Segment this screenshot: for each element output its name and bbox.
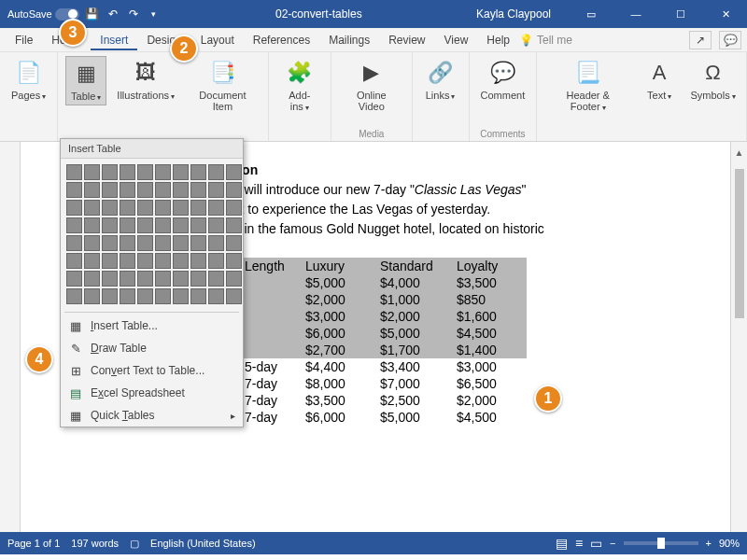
- grid-cell[interactable]: [155, 200, 171, 216]
- grid-cell[interactable]: [173, 164, 189, 180]
- grid-cell[interactable]: [84, 164, 100, 180]
- grid-cell[interactable]: [102, 182, 118, 198]
- grid-cell[interactable]: [137, 217, 153, 233]
- vertical-scrollbar[interactable]: ▲: [730, 142, 747, 532]
- grid-cell[interactable]: [137, 288, 153, 304]
- grid-cell[interactable]: [155, 253, 171, 269]
- ribbon-document-item[interactable]: 📑 Document Item: [185, 56, 261, 114]
- grid-cell[interactable]: [84, 271, 100, 287]
- grid-cell[interactable]: [137, 271, 153, 287]
- grid-cell[interactable]: [120, 217, 135, 233]
- menu-mailings[interactable]: Mailings: [319, 30, 379, 50]
- grid-cell[interactable]: [102, 217, 118, 233]
- minimize-button[interactable]: —: [614, 0, 657, 28]
- grid-cell[interactable]: [137, 200, 153, 216]
- zoom-slider[interactable]: [624, 541, 698, 545]
- grid-cell[interactable]: [84, 253, 100, 269]
- grid-cell[interactable]: [155, 217, 171, 233]
- grid-cell[interactable]: [208, 253, 224, 269]
- maximize-button[interactable]: ☐: [659, 0, 702, 28]
- close-button[interactable]: ✕: [704, 0, 747, 28]
- grid-cell[interactable]: [137, 182, 153, 198]
- grid-cell[interactable]: [173, 271, 189, 287]
- grid-cell[interactable]: [226, 271, 242, 287]
- grid-cell[interactable]: [84, 200, 100, 216]
- grid-cell[interactable]: [226, 217, 242, 233]
- save-icon[interactable]: 💾: [85, 7, 100, 21]
- grid-cell[interactable]: [155, 182, 171, 198]
- redo-icon[interactable]: ↷: [126, 7, 141, 21]
- grid-cell[interactable]: [226, 253, 242, 269]
- grid-cell[interactable]: [190, 271, 206, 287]
- status-language[interactable]: English (United States): [150, 538, 256, 549]
- zoom-out-icon[interactable]: −: [610, 538, 615, 549]
- grid-cell[interactable]: [190, 182, 206, 198]
- grid-cell[interactable]: [226, 182, 242, 198]
- grid-cell[interactable]: [173, 217, 189, 233]
- ribbon-links[interactable]: 🔗 Links▾: [420, 56, 461, 104]
- grid-cell[interactable]: [66, 271, 82, 287]
- ribbon-online-video[interactable]: ▶ Online Video: [339, 56, 404, 114]
- user-name[interactable]: Kayla Claypool: [476, 7, 568, 21]
- grid-cell[interactable]: [226, 288, 242, 304]
- grid-cell[interactable]: [137, 235, 153, 251]
- grid-cell[interactable]: [102, 271, 118, 287]
- menu-insert[interactable]: Insert: [91, 30, 137, 50]
- grid-cell[interactable]: [155, 271, 171, 287]
- menu-help[interactable]: Help: [477, 30, 519, 50]
- grid-cell[interactable]: [102, 253, 118, 269]
- proofing-icon[interactable]: ▢: [130, 538, 139, 550]
- undo-icon[interactable]: ↶: [106, 7, 120, 21]
- zoom-level[interactable]: 90%: [719, 538, 740, 549]
- grid-cell[interactable]: [120, 271, 135, 287]
- dropdown-quick-tables[interactable]: ▦ Quick Tables ▸: [61, 404, 243, 427]
- ribbon-options-icon[interactable]: ▭: [570, 0, 613, 28]
- grid-cell[interactable]: [190, 235, 206, 251]
- grid-cell[interactable]: [84, 182, 100, 198]
- grid-cell[interactable]: [208, 235, 224, 251]
- ribbon-comment[interactable]: 💬 Comment: [477, 56, 529, 103]
- grid-cell[interactable]: [137, 164, 153, 180]
- grid-cell[interactable]: [120, 200, 135, 216]
- grid-cell[interactable]: [120, 164, 135, 180]
- ribbon-table[interactable]: ▦ Table▾: [65, 56, 106, 105]
- grid-cell[interactable]: [120, 253, 135, 269]
- grid-cell[interactable]: [173, 200, 189, 216]
- dropdown-convert-text[interactable]: ⊞ Convert Text to Table...: [61, 359, 243, 382]
- grid-cell[interactable]: [66, 182, 82, 198]
- grid-cell[interactable]: [208, 271, 224, 287]
- grid-cell[interactable]: [226, 164, 242, 180]
- grid-cell[interactable]: [208, 164, 224, 180]
- grid-cell[interactable]: [102, 200, 118, 216]
- zoom-in-icon[interactable]: +: [706, 538, 712, 549]
- grid-cell[interactable]: [66, 253, 82, 269]
- grid-cell[interactable]: [84, 288, 100, 304]
- grid-cell[interactable]: [226, 235, 242, 251]
- grid-cell[interactable]: [102, 235, 118, 251]
- tell-me[interactable]: 💡 Tell me: [519, 34, 572, 47]
- grid-cell[interactable]: [190, 164, 206, 180]
- table-size-grid[interactable]: [61, 159, 243, 310]
- print-layout-icon[interactable]: ≡: [575, 536, 583, 551]
- status-page[interactable]: Page 1 of 1: [7, 538, 60, 549]
- menu-view[interactable]: View: [435, 30, 478, 50]
- dropdown-insert-table[interactable]: ▦ IInsert Table...nsert Table...: [61, 315, 243, 337]
- grid-cell[interactable]: [155, 164, 171, 180]
- ribbon-addins[interactable]: 🧩 Add-ins▾: [276, 56, 323, 115]
- menu-file[interactable]: File: [6, 30, 42, 50]
- grid-cell[interactable]: [66, 288, 82, 304]
- grid-cell[interactable]: [173, 288, 189, 304]
- grid-cell[interactable]: [190, 253, 206, 269]
- read-mode-icon[interactable]: ▤: [556, 536, 568, 551]
- grid-cell[interactable]: [155, 288, 171, 304]
- grid-cell[interactable]: [190, 200, 206, 216]
- grid-cell[interactable]: [173, 235, 189, 251]
- status-words[interactable]: 197 words: [71, 538, 119, 549]
- menu-references[interactable]: References: [244, 30, 319, 50]
- ribbon-header-footer[interactable]: 📃 Header & Footer▾: [544, 56, 631, 115]
- grid-cell[interactable]: [173, 253, 189, 269]
- scroll-thumb[interactable]: [735, 169, 744, 318]
- menu-review[interactable]: Review: [379, 30, 434, 50]
- qat-customize-icon[interactable]: ▾: [147, 7, 162, 21]
- grid-cell[interactable]: [120, 182, 135, 198]
